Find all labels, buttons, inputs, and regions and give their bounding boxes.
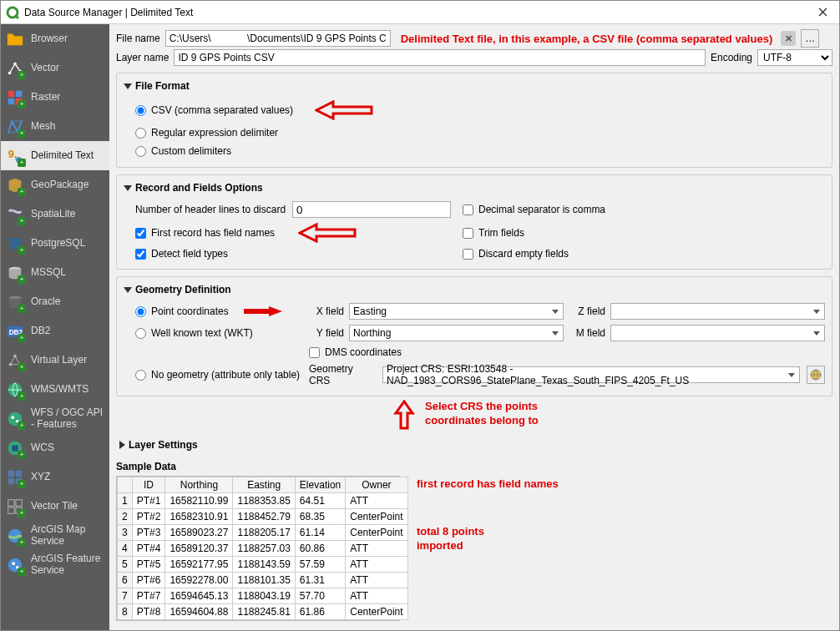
discard-spin[interactable] — [292, 201, 451, 218]
chk-dms[interactable] — [309, 347, 320, 358]
crs-picker-button[interactable] — [807, 366, 825, 384]
filename-input[interactable] — [165, 30, 391, 47]
encoding-select[interactable]: UTF-8 — [757, 49, 832, 66]
sidebar-item-spatialite[interactable]: +SpatiaLite — [1, 199, 109, 229]
col-header[interactable]: Easting — [233, 477, 295, 493]
table-cell: ATT — [346, 557, 407, 573]
radio-regex[interactable] — [135, 128, 146, 139]
table-cell: PT#5 — [132, 557, 165, 573]
chevron-right-icon — [119, 441, 125, 449]
sidebar: Browser +Vector +Raster +Mesh 9,+Delimit… — [1, 24, 109, 630]
radio-csv[interactable] — [135, 105, 146, 116]
sidebar-item-delimited-text[interactable]: 9,+Delimited Text — [1, 141, 109, 170]
table-cell: 64.51 — [295, 493, 345, 509]
mssql-icon: + — [6, 264, 24, 282]
svg-rect-26 — [8, 470, 14, 476]
browse-button[interactable]: … — [801, 29, 819, 48]
annotation-total: total 8 pointsimported — [417, 525, 559, 553]
wfs-icon: + — [6, 410, 24, 428]
sidebar-item-postgresql[interactable]: +PostgreSQL — [1, 229, 109, 258]
table-row[interactable]: 8PT#816594604.881188245.8161.86CenterPoi… — [118, 604, 408, 620]
radio-wkt[interactable] — [135, 328, 146, 339]
sidebar-item-vector-tile[interactable]: +Vector Tile — [1, 492, 109, 521]
chk-first-record[interactable] — [135, 228, 146, 239]
svg-rect-27 — [16, 470, 22, 476]
db2-icon: DB2+ — [6, 322, 24, 341]
sidebar-item-arcgis-map[interactable]: +ArcGIS Map Service — [1, 521, 109, 550]
sidebar-item-arcgis-feature[interactable]: +ArcGIS Feature Service — [1, 550, 109, 579]
table-cell: ATT — [346, 573, 407, 588]
zfield-select[interactable] — [610, 303, 825, 320]
geometry-header[interactable]: Geometry Definition — [124, 280, 825, 300]
annotation-arrow-crs — [392, 400, 417, 432]
sidebar-item-wfs[interactable]: +WFS / OGC API - Features — [1, 404, 109, 433]
yfield-label: Y field — [309, 327, 344, 339]
sample-table: ID Northing Easting Elevation Owner 1PT#… — [117, 477, 408, 620]
table-row[interactable]: 2PT#216582310.911188452.7968.35CenterPoi… — [118, 509, 408, 525]
sidebar-item-vector[interactable]: +Vector — [1, 53, 109, 83]
col-header[interactable]: Owner — [346, 477, 407, 493]
sidebar-item-raster[interactable]: +Raster — [1, 83, 109, 112]
clear-filename-button[interactable]: ✕ — [781, 31, 796, 46]
annotation-firstrec: first record has field names — [417, 477, 559, 492]
table-row[interactable]: 5PT#516592177.951188143.5957.59ATT — [118, 557, 408, 573]
sidebar-item-db2[interactable]: DB2+DB2 — [1, 316, 109, 346]
table-row[interactable]: 4PT#416589120.371188257.0360.86ATT — [118, 541, 408, 557]
records-header[interactable]: Record and Fields Options — [124, 179, 825, 199]
sidebar-item-virtual-layer[interactable]: +Virtual Layer — [1, 346, 109, 375]
delimited-text-icon: 9,+ — [6, 147, 24, 165]
sample-table-wrap: ID Northing Easting Elevation Owner 1PT#… — [116, 476, 400, 621]
geopackage-icon: + — [6, 176, 24, 194]
sidebar-item-xyz[interactable]: +XYZ — [1, 462, 109, 492]
table-cell: PT#3 — [132, 525, 165, 541]
svg-rect-7 — [8, 90, 14, 96]
table-row[interactable]: 3PT#316589023.271188205.1761.14CenterPoi… — [118, 525, 408, 541]
col-header[interactable]: Elevation — [295, 477, 345, 493]
window-close-button[interactable] — [807, 1, 837, 24]
table-cell: PT#7 — [132, 588, 165, 604]
radio-no-geom[interactable] — [135, 370, 146, 381]
chk-decimal[interactable] — [463, 204, 473, 215]
sidebar-item-mesh[interactable]: +Mesh — [1, 112, 109, 141]
chk-discard-empty[interactable] — [463, 249, 473, 260]
svg-point-36 — [12, 562, 15, 565]
sidebar-item-wcs[interactable]: +WCS — [1, 433, 109, 462]
sidebar-item-oracle[interactable]: +Oracle — [1, 287, 109, 316]
sidebar-item-browser[interactable]: Browser — [1, 24, 109, 53]
table-row[interactable]: 1PT#116582110.991188353.8564.51ATT — [118, 493, 408, 509]
sidebar-item-wms-wmts[interactable]: +WMS/WMTS — [1, 375, 109, 404]
mfield-select[interactable] — [610, 325, 825, 341]
chk-detect-types[interactable] — [135, 249, 146, 260]
radio-point-coords[interactable] — [135, 306, 146, 317]
vector-tile-icon: + — [6, 497, 24, 516]
chk-trim[interactable] — [463, 228, 473, 239]
col-header[interactable]: ID — [132, 477, 165, 493]
xfield-select[interactable]: Easting — [349, 303, 564, 320]
table-cell: 16582310.91 — [165, 509, 233, 525]
yfield-select[interactable]: Northing — [349, 325, 564, 341]
table-row[interactable]: 6PT#616592278.001188101.3561.31ATT — [118, 573, 408, 588]
table-cell: ATT — [346, 541, 407, 557]
svg-rect-9 — [8, 98, 14, 103]
layer-settings-header[interactable]: Layer Settings — [119, 436, 832, 456]
file-format-header[interactable]: File Format — [124, 77, 825, 97]
sidebar-item-geopackage[interactable]: +GeoPackage — [1, 170, 109, 199]
table-row[interactable]: 7PT#716594645.131188043.1957.70ATT — [118, 588, 408, 604]
layername-input[interactable] — [174, 49, 706, 66]
col-header[interactable]: Northing — [165, 477, 233, 493]
row-header: 3 — [118, 525, 133, 541]
svg-marker-42 — [396, 401, 412, 428]
table-cell: 1188245.81 — [233, 604, 295, 620]
table-cell: 1188205.17 — [233, 525, 295, 541]
table-cell: 61.14 — [295, 525, 345, 541]
svg-rect-8 — [16, 90, 22, 96]
postgresql-icon: + — [6, 235, 24, 253]
crs-select[interactable]: Project CRS: ESRI:103548 - NAD_1983_CORS… — [382, 366, 800, 383]
table-cell: 16594645.13 — [165, 588, 233, 604]
sidebar-item-mssql[interactable]: +MSSQL — [1, 258, 109, 287]
row-header: 4 — [118, 541, 133, 557]
radio-custom-label: Custom delimiters — [151, 145, 231, 157]
table-corner — [118, 477, 133, 493]
radio-custom[interactable] — [135, 146, 146, 157]
table-cell: PT#6 — [132, 573, 165, 588]
